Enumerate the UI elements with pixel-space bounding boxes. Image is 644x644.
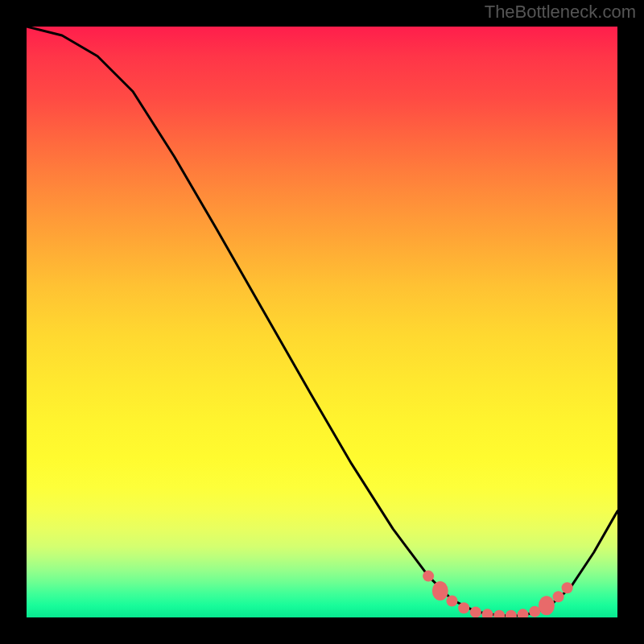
chart-svg	[27, 27, 617, 617]
svg-point-11	[553, 591, 564, 602]
svg-point-8	[518, 609, 529, 617]
svg-point-1	[432, 581, 448, 601]
svg-point-12	[562, 582, 573, 593]
svg-point-0	[423, 571, 434, 582]
svg-point-3	[458, 602, 469, 613]
watermark-text: TheBottleneck.com	[485, 2, 636, 23]
data-markers	[423, 571, 572, 617]
chart-container: TheBottleneck.com	[0, 0, 644, 644]
svg-point-10	[539, 596, 555, 615]
svg-point-5	[482, 609, 493, 617]
curve-line	[27, 27, 617, 616]
plot-area	[27, 27, 617, 617]
svg-point-7	[506, 610, 517, 617]
svg-point-4	[470, 606, 481, 617]
svg-point-2	[446, 595, 457, 606]
svg-point-6	[493, 610, 505, 617]
